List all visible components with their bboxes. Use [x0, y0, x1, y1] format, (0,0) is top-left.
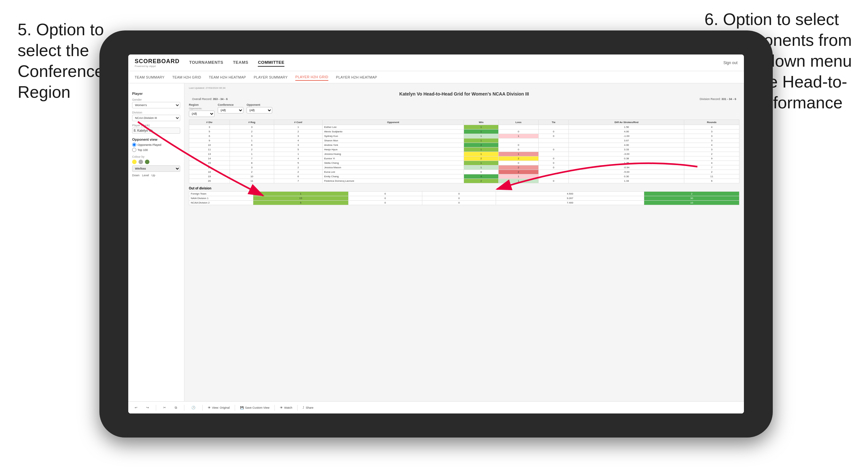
cell-div: 10 — [189, 143, 230, 148]
cell-loss: 1 — [498, 152, 538, 156]
copy-btn[interactable]: ⧉ — [173, 405, 179, 410]
cell-tie — [538, 143, 568, 148]
view-original-btn[interactable]: 👁 View: Original — [208, 406, 229, 409]
th-loss: Loss — [498, 120, 538, 125]
toolbar-divider-6 — [297, 405, 298, 411]
sidebar-division-label: Division — [132, 111, 180, 114]
filter-opponent-label: Opponent — [247, 103, 272, 106]
cell-conf: 5 — [274, 148, 322, 152]
filter-opponent-select[interactable]: (All) — [247, 107, 272, 114]
cell-loss: 0 — [498, 143, 538, 148]
watch-btn[interactable]: 👁 Watch — [280, 406, 292, 409]
cell-diff: 3.33 — [569, 148, 684, 152]
sub-nav-team-summary[interactable]: TEAM SUMMARY — [135, 74, 164, 81]
cell-diff: 0.30 — [569, 174, 684, 179]
table-row: 9 1 4 Sharon Mun 1 3.67 3 — [189, 138, 739, 143]
sub-nav-team-h2h-heatmap[interactable]: TEAM H2H HEATMAP — [209, 74, 246, 81]
cell-loss: 2 — [498, 156, 538, 161]
ood-loss: 0 — [348, 200, 422, 205]
out-of-division-section: Out of division Foreign Team 1 0 0 4.500… — [189, 187, 739, 205]
th-diff: Diff Av Strokes/Rnd — [569, 120, 684, 125]
cell-diff: -0.94 — [569, 165, 684, 170]
sub-nav-player-h2h-grid[interactable]: PLAYER H2H GRID — [295, 74, 328, 81]
cell-rounds: 3 — [684, 138, 739, 143]
cell-loss: 1 — [498, 179, 538, 183]
ood-tie: 0 — [422, 200, 496, 205]
nav-committee[interactable]: COMMITTEE — [258, 59, 284, 67]
cell-win: 1 — [464, 165, 499, 170]
cell-opponent: Alexis Sudjianto — [322, 129, 464, 134]
cell-diff: -3.00 — [569, 152, 684, 156]
ood-table-row: NAIA Division 1 15 0 0 9.267 30 — [189, 196, 739, 200]
ood-tie: 0 — [422, 192, 496, 196]
cell-reg: 2 — [229, 148, 274, 152]
undo-btn[interactable]: ↩ — [133, 405, 139, 410]
sub-nav-player-summary[interactable]: PLAYER SUMMARY — [254, 74, 288, 81]
redo-btn[interactable]: ↪ — [144, 405, 151, 410]
cell-rounds: 4 — [684, 125, 739, 129]
cell-reg: 8 — [229, 161, 274, 165]
down-label: Down — [132, 174, 140, 177]
ood-tie: 0 — [422, 196, 496, 200]
colour-dots — [132, 160, 180, 164]
cell-reg: 3 — [229, 125, 274, 129]
cell-win: 1 — [464, 129, 499, 134]
cell-rounds: 3 — [684, 129, 739, 134]
cell-tie: 0 — [538, 129, 568, 134]
cell-opponent: Eunice Yi — [322, 156, 464, 161]
cell-opponent: Emily Chang — [322, 174, 464, 179]
cell-div: 14 — [189, 156, 230, 161]
division-record: Division Record: 331 - 34 - 6 — [700, 97, 736, 101]
cell-reg: 3 — [229, 134, 274, 138]
cut-btn[interactable]: ✂ — [161, 405, 168, 410]
nav-teams[interactable]: TEAMS — [233, 59, 248, 67]
cell-tie: 0 — [538, 165, 568, 170]
cell-div: 20 — [189, 179, 230, 183]
tablet-screen: SCOREBOARD Powered by clippd TOURNAMENTS… — [128, 55, 744, 413]
sub-nav-player-h2h-heatmap[interactable]: PLAYER H2H HEATMAP — [336, 74, 377, 81]
nav-right: Sign out — [723, 61, 738, 65]
out-of-division-table: Foreign Team 1 0 0 4.500 2 NAIA Division… — [189, 191, 739, 205]
sidebar: Player Gender Women's Division NCAA Divi… — [128, 83, 184, 413]
cell-rounds: 4 — [684, 143, 739, 148]
colour-section: Colour by Win/loss — [132, 155, 180, 172]
radio-opponents-played[interactable]: Opponents Played — [132, 143, 180, 147]
th-win: Win — [464, 120, 499, 125]
nav-tournaments[interactable]: TOURNAMENTS — [189, 59, 223, 67]
sidebar-division-select[interactable]: NCAA Division III — [132, 115, 180, 121]
toolbar-divider-3 — [202, 405, 203, 411]
filter-region-select[interactable]: (All) — [189, 111, 215, 117]
cell-conf: 1 — [274, 125, 322, 129]
cell-reg: 1 — [229, 152, 274, 156]
ood-win: 15 — [253, 196, 348, 200]
cell-tie — [538, 174, 568, 179]
share-btn[interactable]: ⤴ Share — [303, 406, 313, 409]
table-row: 6 3 3 Sydney Kuo 1 1 0 -1.00 3 — [189, 134, 739, 138]
clock-btn[interactable]: 🕐 — [189, 405, 197, 410]
filter-conference-select[interactable]: (All) — [218, 107, 243, 114]
cell-div: 11 — [189, 148, 230, 152]
cell-reg: 11 — [229, 179, 274, 183]
radio-top100[interactable]: Top 100 — [132, 148, 180, 152]
nav-items: TOURNAMENTS TEAMS COMMITTEE — [189, 59, 723, 67]
sidebar-player-rank-value: 8. Katelyn Vo — [132, 128, 180, 134]
cell-tie: 0 — [538, 148, 568, 152]
sign-out-link[interactable]: Sign out — [723, 61, 738, 65]
cell-tie — [538, 152, 568, 156]
records-row: Overall Record: 353 - 34 - 6 Division Re… — [189, 97, 739, 101]
sub-nav-team-h2h-grid[interactable]: TEAM H2H GRID — [172, 74, 201, 81]
table-row: 3 3 1 Esther Lee 1 1.50 4 — [189, 125, 739, 129]
colour-by-select[interactable]: Win/loss — [132, 165, 180, 172]
cell-loss: 2 — [498, 170, 538, 174]
sidebar-gender-select[interactable]: Women's — [132, 102, 180, 108]
sidebar-player-rank-label: Player (Rank) — [132, 124, 180, 127]
cell-win: 1 — [464, 125, 499, 129]
filter-region-group: Region Opponents: (All) — [189, 103, 215, 117]
save-custom-btn[interactable]: 💾 Save Custom View — [240, 406, 269, 409]
save-icon: 💾 — [240, 406, 244, 409]
ood-diff: 7.400 — [496, 200, 644, 205]
cell-loss: 2 — [498, 165, 538, 170]
ood-loss: 0 — [348, 192, 422, 196]
table-row: 15 8 5 Stella Cheng 1 0 0 1.25 4 — [189, 161, 739, 165]
cell-diff: 1.25 — [569, 161, 684, 165]
